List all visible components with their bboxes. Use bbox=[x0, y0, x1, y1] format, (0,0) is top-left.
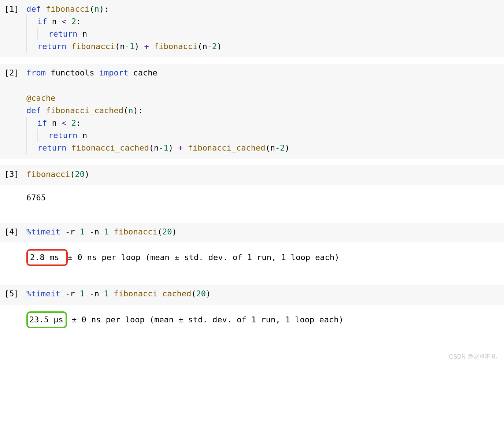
highlight-green: 23.5 µs bbox=[26, 311, 67, 328]
cell-prompt: [3] bbox=[4, 168, 26, 181]
code-block[interactable]: %timeit -r 1 -n 1 fibonacci_cached(20) bbox=[26, 288, 500, 300]
output-cell-5: [ ] 23.5 µs ± 0 ns per loop (mean ± std.… bbox=[0, 311, 504, 331]
output-text: 6765 bbox=[26, 192, 500, 204]
func-name: fibonacci bbox=[46, 4, 89, 14]
code-cell-5[interactable]: [5] %timeit -r 1 -n 1 fibonacci_cached(2… bbox=[0, 285, 504, 304]
watermark-text: CSDN @赵卓不凡 bbox=[0, 338, 504, 365]
code-block[interactable]: def fibonacci(n): if n < 2: return n ret… bbox=[26, 3, 500, 53]
code-block[interactable]: %timeit -r 1 -n 1 fibonacci(20) bbox=[26, 226, 500, 238]
code-block[interactable]: from functools import cache @cache def f… bbox=[26, 67, 500, 154]
output-text: 23.5 µs ± 0 ns per loop (mean ± std. dev… bbox=[26, 311, 500, 328]
code-cell-3[interactable]: [3] fibonacci(20) bbox=[0, 165, 504, 185]
keyword-def: def bbox=[26, 4, 41, 14]
cell-prompt: [2] bbox=[4, 67, 26, 79]
cell-prompt: [4] bbox=[4, 226, 26, 238]
output-cell-4: [ ] 2.8 ms ± 0 ns per loop (mean ± std. … bbox=[0, 249, 504, 269]
code-cell-4[interactable]: [4] %timeit -r 1 -n 1 fibonacci(20) bbox=[0, 223, 504, 243]
output-cell-3: [ ] 6765 bbox=[0, 192, 504, 207]
output-text: 2.8 ms ± 0 ns per loop (mean ± std. dev.… bbox=[26, 249, 500, 266]
code-cell-1[interactable]: [1] def fibonacci(n): if n < 2: return n… bbox=[0, 0, 504, 57]
code-cell-2[interactable]: [2] from functools import cache @cache d… bbox=[0, 64, 504, 159]
code-block[interactable]: fibonacci(20) bbox=[26, 168, 500, 181]
cell-prompt: [5] bbox=[4, 288, 26, 300]
cell-prompt: [1] bbox=[4, 3, 26, 15]
highlight-red: 2.8 ms bbox=[26, 249, 68, 266]
